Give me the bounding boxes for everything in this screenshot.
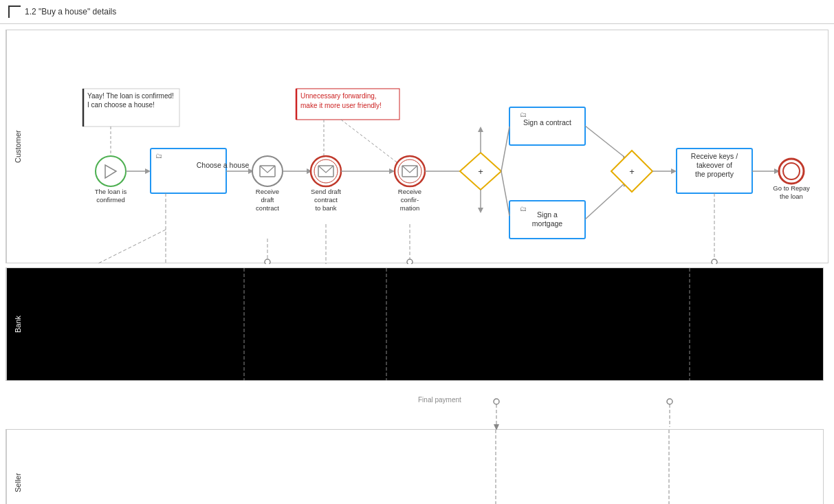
svg-marker-14 <box>145 168 151 174</box>
svg-text:🗂: 🗂 <box>520 111 527 118</box>
svg-text:Sign a: Sign a <box>537 210 558 219</box>
svg-text:Yaay! The loan is confirmed!: Yaay! The loan is confirmed! <box>87 92 174 100</box>
svg-text:Receive keys /: Receive keys / <box>691 152 738 160</box>
customer-lane: Customer Yaay! The loan is confirmed! I … <box>6 30 828 263</box>
svg-text:The loan is: The loan is <box>95 188 127 195</box>
svg-line-43 <box>501 127 509 171</box>
svg-text:Go to Repay: Go to Repay <box>773 184 810 192</box>
svg-text:Receive: Receive <box>398 188 421 195</box>
svg-text:make it more user friendly!: make it more user friendly! <box>300 102 382 109</box>
seller-svg <box>28 430 823 504</box>
seller-label: Seller <box>6 430 28 504</box>
svg-text:Receive: Receive <box>256 188 279 195</box>
svg-point-11 <box>96 156 126 186</box>
page-title: 1.2 "Buy a house" details <box>0 0 834 24</box>
bpmn-diagram: Yaay! The loan is confirmed! I can choos… <box>28 30 822 264</box>
seller-content <box>28 430 823 504</box>
svg-point-98 <box>667 399 672 404</box>
svg-text:contract: contract <box>314 196 338 204</box>
lower-section: Final payment Seller <box>6 396 824 504</box>
svg-text:Unnecessary forwarding,: Unnecessary forwarding, <box>300 92 377 100</box>
svg-text:mation: mation <box>400 204 420 212</box>
svg-text:🗂: 🗂 <box>155 152 162 160</box>
svg-point-84 <box>712 259 717 264</box>
svg-point-64 <box>783 163 800 179</box>
svg-point-82 <box>265 259 270 264</box>
final-payment-svg <box>6 396 824 430</box>
svg-text:the property: the property <box>695 170 734 178</box>
svg-line-48 <box>501 171 509 216</box>
svg-text:Sign a contract: Sign a contract <box>523 118 571 127</box>
svg-text:🗂: 🗂 <box>520 205 527 212</box>
svg-line-51 <box>585 183 625 219</box>
svg-text:takeover of: takeover of <box>696 161 732 169</box>
svg-text:the loan: the loan <box>780 193 803 200</box>
svg-text:mortgage: mortgage <box>532 219 563 228</box>
svg-point-95 <box>494 399 499 404</box>
svg-text:confir-: confir- <box>401 196 419 204</box>
svg-point-25 <box>314 160 338 183</box>
svg-text:draft: draft <box>261 196 274 204</box>
svg-point-20 <box>252 156 283 186</box>
svg-text:confirmed: confirmed <box>96 196 125 204</box>
svg-marker-56 <box>671 168 677 174</box>
bank-content <box>28 268 823 380</box>
svg-text:+: + <box>478 166 483 177</box>
svg-text:contract: contract <box>256 204 279 212</box>
main-container: Customer Yaay! The loan is confirmed! I … <box>0 24 834 504</box>
customer-lane-label: Customer <box>6 30 28 263</box>
svg-text:to bank: to bank <box>315 204 336 212</box>
bank-lane: Bank <box>6 267 824 381</box>
svg-text:Send draft: Send draft <box>311 188 341 195</box>
seller-lane: Seller <box>6 429 824 504</box>
svg-line-10 <box>341 120 399 164</box>
svg-text:Choose a house: Choose a house <box>197 161 250 169</box>
svg-line-86 <box>97 230 166 264</box>
bank-svg <box>28 268 823 380</box>
svg-text:+: + <box>629 166 635 177</box>
svg-line-49 <box>585 126 625 157</box>
svg-point-30 <box>398 160 421 183</box>
svg-text:I can choose a house!: I can choose a house! <box>87 101 155 109</box>
svg-marker-37 <box>478 127 483 132</box>
svg-marker-39 <box>478 208 483 213</box>
customer-lane-content: Yaay! The loan is confirmed! I can choos… <box>28 30 828 263</box>
bank-label: Bank <box>6 268 28 380</box>
svg-point-83 <box>407 259 413 264</box>
